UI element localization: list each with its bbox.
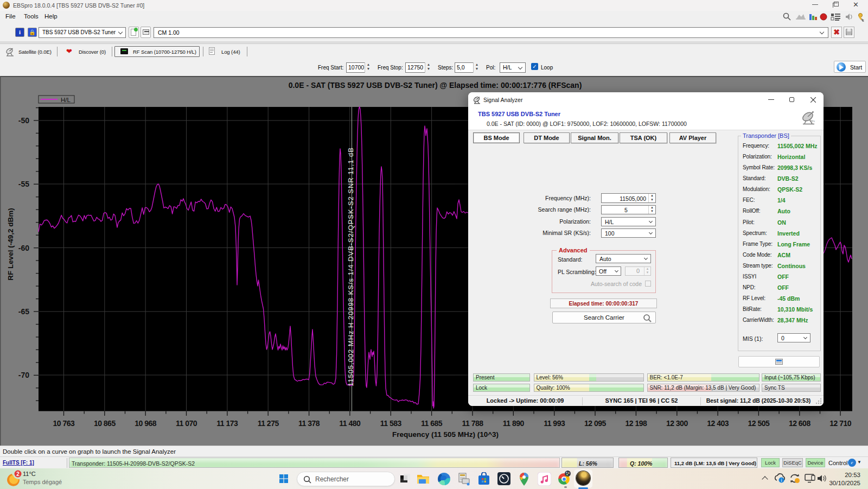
svg-text:-65: -65 [18,307,29,316]
svg-text:11 378: 11 378 [298,419,320,428]
svg-text:-55: -55 [18,180,29,188]
svg-text:H/L: H/L [61,97,71,103]
svg-text:2: 2 [16,471,20,477]
svg-text:i: i [781,478,782,483]
svg-text:11 480: 11 480 [339,419,361,428]
svg-text:dB/s: dB/s [810,120,815,123]
svg-text:11 173: 11 173 [216,419,238,428]
svg-text:11 685: 11 685 [421,419,443,428]
svg-text:11 070: 11 070 [176,419,197,428]
svg-text:11 583: 11 583 [380,419,402,428]
svg-text:12 300: 12 300 [666,419,688,428]
svg-text:12 608: 12 608 [789,419,811,428]
svg-text:11 993: 11 993 [544,419,565,428]
svg-text:0.0E - SAT (TBS 5927 USB DVB-S: 0.0E - SAT (TBS 5927 USB DVB-S2 Tuner) @… [289,81,582,90]
svg-text:12 095: 12 095 [584,419,607,428]
svg-text:12 403: 12 403 [707,419,729,428]
svg-text:11 275: 11 275 [258,419,279,428]
svg-text:Frequency (11 505 MHz) (10^3): Frequency (11 505 MHz) (10^3) [392,430,499,439]
svg-text:10 763: 10 763 [53,419,75,428]
svg-text:RF Level (-49,2 dBm): RF Level (-49,2 dBm) [7,208,15,281]
svg-text:11505,002 MHz H 20998 KS/s: 11505,002 MHz H 20998 KS/s 1/4 DVB-S2/QP… [347,148,355,386]
svg-text:-60: -60 [18,244,29,252]
svg-text:11 788: 11 788 [462,419,483,428]
svg-text:12 710: 12 710 [829,419,852,428]
svg-text:11 890: 11 890 [503,419,525,428]
svg-text:10 968: 10 968 [135,419,157,428]
svg-text:10 865: 10 865 [94,419,116,428]
svg-text:-70: -70 [18,371,29,379]
svg-text:12 198: 12 198 [625,419,647,428]
svg-text:12 505: 12 505 [748,419,770,428]
svg-text:-50: -50 [18,116,29,125]
